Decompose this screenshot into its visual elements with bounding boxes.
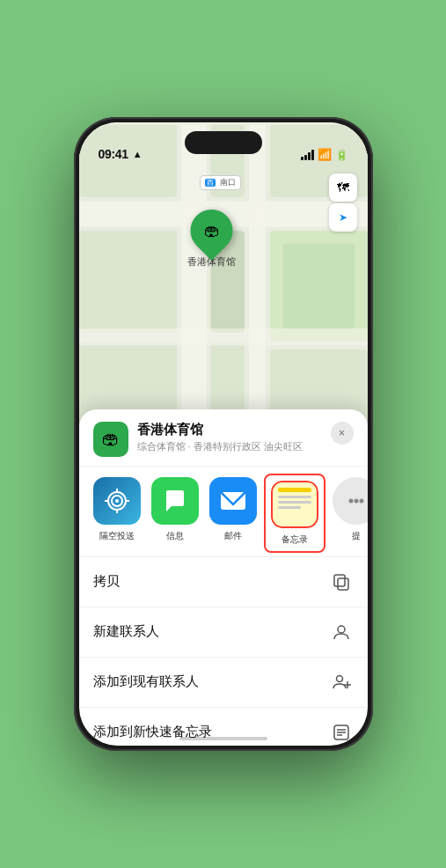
share-item-mail[interactable]: 邮件 — [209, 477, 257, 549]
battery-icon: 🔋 — [335, 149, 348, 161]
phone-frame: 09:41 ▲ 📶 🔋 — [74, 117, 373, 751]
more-icon — [333, 477, 368, 525]
road-label: 西 南口 — [200, 175, 241, 190]
venue-icon: 🏟 — [93, 422, 128, 457]
stadium-icon: 🏟 — [203, 221, 219, 239]
svg-point-17 — [115, 499, 119, 503]
add-existing-contact-label: 添加到现有联系人 — [93, 673, 199, 690]
notes-label: 备忘录 — [281, 533, 308, 546]
mail-label: 邮件 — [224, 530, 242, 542]
svg-rect-27 — [334, 575, 345, 586]
venue-info: 香港体育馆 综合体育馆 · 香港特别行政区 油尖旺区 — [137, 422, 331, 453]
venue-subtitle: 综合体育馆 · 香港特别行政区 油尖旺区 — [137, 440, 331, 453]
home-indicator — [179, 737, 267, 740]
signal-bars-icon — [301, 150, 314, 160]
airdrop-label: 隔空投送 — [99, 530, 135, 542]
wifi-icon: 📶 — [318, 148, 332, 161]
svg-point-28 — [338, 626, 345, 633]
share-item-airdrop[interactable]: 隔空投送 — [93, 477, 141, 549]
map-layers-button[interactable]: 🗺 — [329, 173, 357, 202]
copy-label: 拷贝 — [93, 573, 120, 590]
svg-point-25 — [359, 498, 363, 503]
svg-rect-10 — [282, 244, 355, 328]
copy-icon — [329, 570, 354, 594]
action-list: 拷贝 新建联系人 — [79, 557, 368, 746]
pin-circle: 🏟 — [181, 201, 241, 261]
location-arrow-icon: ▲ — [133, 149, 143, 159]
share-apps-row: 隔空投送 信息 — [79, 467, 368, 557]
venue-name: 香港体育馆 — [137, 422, 331, 438]
bottom-sheet: 🏟 香港体育馆 综合体育馆 · 香港特别行政区 油尖旺区 × — [79, 409, 368, 746]
action-add-existing-contact[interactable]: 添加到现有联系人 — [79, 658, 368, 708]
more-label: 提 — [352, 530, 361, 542]
venue-app-icon: 🏟 — [102, 429, 120, 449]
mail-icon — [209, 477, 257, 525]
location-button[interactable]: ➤ — [329, 203, 357, 232]
svg-rect-26 — [338, 578, 348, 590]
venue-header: 🏟 香港体育馆 综合体育馆 · 香港特别行政区 油尖旺区 × — [79, 409, 368, 467]
close-button[interactable]: × — [331, 422, 354, 445]
action-copy[interactable]: 拷贝 — [79, 557, 368, 607]
messages-label: 信息 — [166, 530, 184, 542]
status-icons: 📶 🔋 — [301, 148, 348, 161]
quick-note-icon — [329, 720, 354, 745]
phone-screen: 09:41 ▲ 📶 🔋 — [79, 122, 368, 746]
svg-point-29 — [336, 675, 342, 681]
messages-icon — [151, 477, 199, 525]
airdrop-icon — [93, 477, 141, 525]
share-item-notes[interactable]: 备忘录 — [267, 477, 322, 549]
map-controls: 🗺 ➤ — [329, 173, 357, 232]
svg-point-23 — [348, 498, 353, 503]
svg-rect-14 — [79, 328, 368, 345]
location-pin: 🏟 香港体育馆 — [187, 210, 236, 268]
person-add-icon — [329, 670, 354, 695]
layers-icon: 🗺 — [337, 180, 349, 195]
status-time: 09:41 — [99, 147, 128, 161]
person-icon — [329, 620, 354, 644]
svg-point-24 — [354, 498, 358, 503]
compass-icon: ➤ — [339, 211, 347, 224]
svg-rect-7 — [79, 231, 177, 333]
share-item-more[interactable]: 提 — [333, 477, 368, 549]
share-item-messages[interactable]: 信息 — [151, 477, 199, 549]
action-new-contact[interactable]: 新建联系人 — [79, 607, 368, 658]
dynamic-island — [185, 131, 262, 154]
notes-icon — [271, 481, 318, 528]
new-contact-label: 新建联系人 — [93, 623, 159, 640]
